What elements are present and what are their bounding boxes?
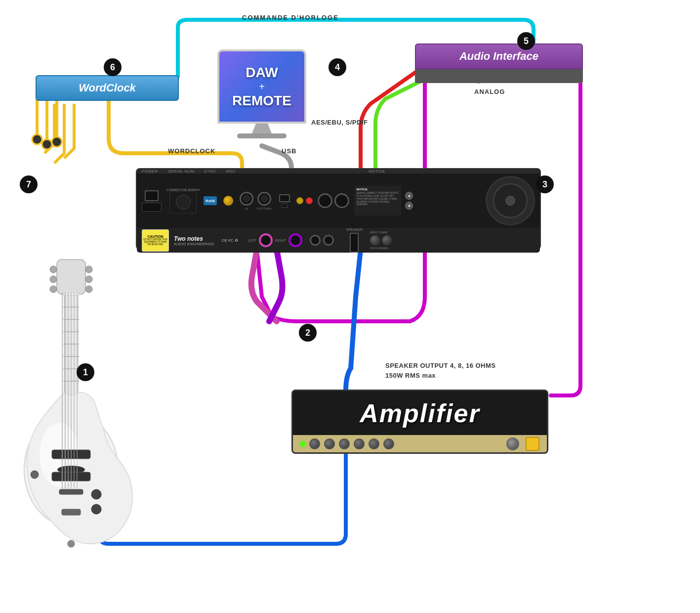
badge-3: 3 bbox=[536, 175, 554, 193]
usb-port bbox=[279, 194, 290, 202]
device-midi-label: MIDI bbox=[226, 169, 236, 174]
amp-switch bbox=[526, 437, 539, 451]
daw-monitor: DAW + REMOTE bbox=[212, 49, 311, 148]
svg-point-38 bbox=[52, 137, 62, 147]
wordclock-label: WordClock bbox=[79, 82, 136, 94]
power-port bbox=[145, 190, 159, 201]
svg-point-24 bbox=[91, 504, 101, 514]
sync-connector bbox=[223, 196, 233, 206]
amp-knob-6 bbox=[383, 438, 394, 449]
daw-title-line1: DAW bbox=[246, 64, 278, 81]
wordclock-connectors bbox=[27, 99, 86, 158]
badge-7: 7 bbox=[20, 175, 38, 193]
device-serial-label: SERIAL NUM bbox=[168, 169, 195, 174]
badge-4: 4 bbox=[329, 58, 346, 76]
svg-point-25 bbox=[68, 540, 75, 547]
notice-section: NOTICE ALWAYS CONNECT YOUR AMP OUTPUT TO… bbox=[354, 186, 401, 216]
fan-center bbox=[505, 196, 515, 206]
svg-rect-22 bbox=[62, 509, 81, 515]
amp-knob-4 bbox=[354, 438, 365, 449]
svg-point-6 bbox=[85, 276, 92, 283]
svg-point-7 bbox=[85, 286, 92, 293]
daw-title-line2: REMOTE bbox=[232, 92, 291, 109]
device-sync-label: SYNC bbox=[204, 169, 216, 174]
badge-6: 6 bbox=[104, 58, 122, 76]
amp-knob-5 bbox=[369, 438, 379, 449]
device-fan bbox=[486, 176, 535, 225]
analog-in-left bbox=[259, 233, 273, 247]
device-notice-label: NOTICE bbox=[369, 169, 385, 174]
amp-top: Amplifier bbox=[293, 391, 547, 435]
two-notes-device: POWER SERIAL NUM SYNC MIDI NOTICE CONNEC… bbox=[136, 168, 541, 250]
guitar bbox=[10, 257, 138, 578]
analog-in-more bbox=[310, 235, 334, 246]
serial-port bbox=[142, 203, 162, 212]
badge-2: 2 bbox=[299, 324, 317, 342]
amp-knob-1 bbox=[309, 438, 320, 449]
svg-rect-1 bbox=[57, 260, 85, 294]
speaker-port bbox=[350, 233, 359, 253]
svg-point-4 bbox=[50, 286, 57, 293]
label-aes-ebu: AES/EBU, S/PDIF bbox=[311, 119, 368, 126]
controls-section: + + bbox=[405, 192, 413, 210]
svg-point-5 bbox=[85, 266, 92, 273]
rca-out2 bbox=[306, 197, 313, 204]
audio-interface-body bbox=[415, 68, 583, 83]
connector-wiring-label: CONNECTOR WIRING bbox=[166, 188, 200, 191]
device-top-strip: POWER SERIAL NUM SYNC MIDI NOTICE bbox=[137, 169, 540, 174]
fan-inner bbox=[493, 183, 528, 218]
rca-out1 bbox=[296, 197, 303, 204]
label-speaker-output: SPEAKER OUTPUT 4, 8, 16 OHMS 150W RMS ma… bbox=[385, 361, 496, 380]
two-notes-logo: Two notes AUDIO ENGINEERING bbox=[174, 235, 214, 246]
amp-knob-large bbox=[506, 438, 519, 450]
amp-knob-2 bbox=[324, 438, 335, 449]
sync-section bbox=[223, 196, 233, 206]
speaker-connector-section: SPEAKER bbox=[346, 228, 363, 253]
svg-point-36 bbox=[32, 134, 42, 144]
audio-interface: Audio Interface bbox=[415, 44, 583, 69]
label-commande: COMMANDE D'HORLOGE bbox=[242, 14, 339, 21]
ce-marks: CE FC ♻ bbox=[222, 238, 238, 243]
notice-title: NOTICE bbox=[356, 188, 399, 191]
usb-port2 bbox=[282, 204, 288, 208]
notice-text: ALWAYS CONNECT YOUR AMP OUTPUT TO A SUIT… bbox=[356, 192, 399, 206]
connector-diagram bbox=[169, 191, 197, 214]
device-body: CONNECTOR WIRING RoHS IN bbox=[137, 174, 540, 228]
wordclock-device: WordClock bbox=[36, 75, 179, 101]
svg-point-32 bbox=[31, 471, 39, 479]
device-power-label: POWER bbox=[142, 169, 158, 174]
svg-point-3 bbox=[50, 276, 57, 283]
load-knobs bbox=[370, 235, 392, 245]
xlr-out2 bbox=[334, 193, 349, 208]
midi-out: OUT/THRU bbox=[256, 192, 272, 210]
daw-stand bbox=[252, 124, 272, 133]
two-notes-sub: AUDIO ENGINEERING bbox=[174, 242, 214, 246]
analog-label: ANALOG bbox=[474, 88, 505, 95]
svg-point-23 bbox=[91, 489, 101, 499]
midi-section: IN OUT/THRU bbox=[240, 192, 272, 210]
analog-inputs-section: LEFT RIGHT bbox=[248, 233, 334, 247]
svg-rect-21 bbox=[59, 489, 83, 494]
svg-point-2 bbox=[50, 266, 57, 273]
label-wordclock-conn: WORDCLOCK bbox=[168, 147, 215, 155]
connector-icon bbox=[176, 195, 191, 210]
usb-section bbox=[279, 194, 290, 208]
amp-body: Amplifier bbox=[291, 390, 548, 454]
load-section: INPUT 130W 4 8 16 OHMS bbox=[370, 231, 392, 250]
device-bottom: CAUTION DO NOT EXPOSE THIS EQUIPMENT TO … bbox=[137, 228, 540, 253]
two-notes-brand: Two notes bbox=[174, 235, 214, 242]
diagram-container: COMMANDE D'HORLOGE 5 Audio Interface ANA… bbox=[0, 0, 700, 613]
controls-col1: + + bbox=[405, 192, 413, 210]
analog-in-right bbox=[288, 233, 302, 247]
audio-interface-label: Audio Interface bbox=[459, 50, 538, 63]
amplifier-label: Amplifier bbox=[360, 398, 480, 428]
xlr-section bbox=[318, 193, 349, 208]
rohs-text: RoHS bbox=[206, 199, 215, 203]
amp-controls bbox=[293, 435, 547, 452]
rca-section bbox=[296, 197, 313, 204]
caution-label: CAUTION bbox=[148, 235, 164, 238]
amp-knob-3 bbox=[339, 438, 350, 449]
daw-screen: DAW + REMOTE bbox=[217, 49, 306, 124]
label-usb-conn: USB bbox=[282, 147, 296, 155]
svg-point-37 bbox=[42, 139, 52, 149]
